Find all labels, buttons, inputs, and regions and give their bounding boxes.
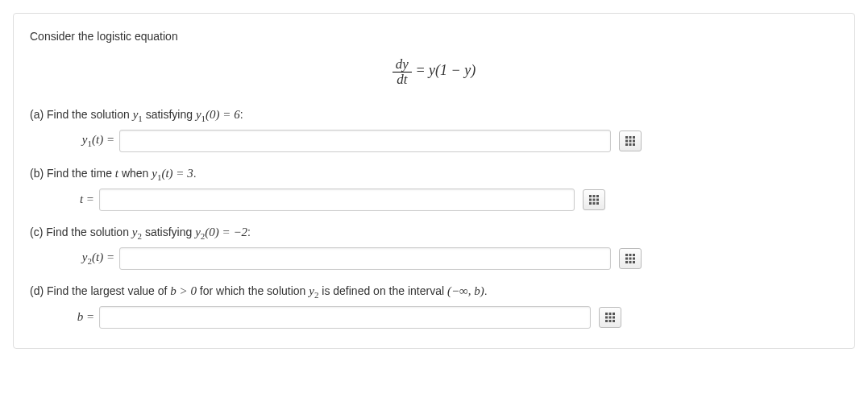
keypad-button-b[interactable] (583, 189, 605, 210)
part-d: (d) Find the largest value of b > 0 for … (30, 284, 838, 329)
svg-rect-14 (596, 198, 599, 201)
svg-rect-8 (633, 143, 635, 146)
keypad-icon (605, 313, 615, 322)
svg-rect-10 (593, 195, 596, 197)
question-panel: Consider the logistic equation dy dt = y… (13, 13, 855, 349)
part-c-lhs: y2(t) = (70, 251, 114, 266)
svg-rect-23 (633, 257, 635, 259)
part-c: (c) Find the solution y2 satisfying y2(0… (30, 226, 838, 270)
svg-rect-13 (593, 198, 596, 201)
keypad-icon (625, 136, 635, 146)
svg-rect-30 (605, 316, 608, 318)
part-c-input[interactable] (119, 247, 611, 270)
svg-rect-15 (589, 202, 592, 205)
svg-rect-22 (629, 257, 632, 259)
svg-rect-4 (629, 139, 632, 142)
part-d-answer-row: b = (30, 306, 838, 329)
intro-text: Consider the logistic equation (30, 30, 838, 43)
svg-rect-16 (593, 202, 596, 205)
keypad-button-a[interactable] (619, 130, 642, 151)
svg-rect-27 (605, 313, 608, 315)
svg-rect-9 (589, 195, 592, 197)
part-a-prompt: (a) Find the solution y1 satisfying y1(0… (30, 108, 838, 123)
svg-rect-11 (596, 195, 599, 197)
part-d-prompt: (d) Find the largest value of b > 0 for … (30, 284, 838, 300)
keypad-button-c[interactable] (619, 248, 642, 269)
svg-rect-12 (589, 198, 592, 201)
part-a-input[interactable] (119, 130, 611, 152)
logistic-equation: dy dt = y(1 − y) (30, 57, 838, 87)
svg-rect-6 (625, 143, 628, 146)
part-a-answer-row: y1(t) = (30, 130, 838, 152)
svg-rect-24 (625, 261, 628, 263)
svg-rect-21 (625, 257, 628, 259)
part-c-answer-row: y2(t) = (30, 247, 838, 270)
svg-rect-19 (629, 254, 632, 256)
keypad-icon (625, 254, 635, 263)
part-d-input[interactable] (99, 306, 591, 329)
svg-rect-28 (609, 313, 612, 315)
part-a: (a) Find the solution y1 satisfying y1(0… (30, 108, 838, 152)
part-c-prompt: (c) Find the solution y2 satisfying y2(0… (30, 226, 838, 241)
svg-rect-29 (613, 313, 615, 315)
keypad-icon (589, 195, 599, 205)
part-d-lhs: b = (70, 310, 94, 324)
svg-rect-18 (625, 254, 628, 256)
svg-rect-33 (605, 320, 608, 322)
part-b-input[interactable] (99, 188, 575, 211)
part-b-lhs: t = (70, 193, 94, 206)
svg-rect-17 (596, 202, 599, 205)
part-b: (b) Find the time t when y1(t) = 3. t = (30, 167, 838, 211)
part-b-answer-row: t = (30, 188, 838, 211)
svg-rect-31 (609, 316, 612, 318)
svg-rect-1 (629, 136, 632, 139)
svg-rect-3 (625, 139, 628, 142)
keypad-button-d[interactable] (599, 307, 621, 328)
svg-rect-0 (625, 136, 628, 139)
svg-rect-25 (629, 261, 632, 263)
svg-rect-34 (609, 320, 612, 322)
svg-rect-20 (633, 254, 635, 256)
svg-rect-26 (633, 261, 635, 263)
svg-rect-35 (613, 320, 615, 322)
svg-rect-7 (629, 143, 632, 146)
part-a-lhs: y1(t) = (70, 133, 114, 148)
svg-rect-5 (633, 139, 635, 142)
part-b-prompt: (b) Find the time t when y1(t) = 3. (30, 167, 838, 182)
svg-rect-32 (613, 316, 615, 318)
fraction: dy dt (392, 57, 412, 87)
svg-rect-2 (633, 136, 635, 139)
